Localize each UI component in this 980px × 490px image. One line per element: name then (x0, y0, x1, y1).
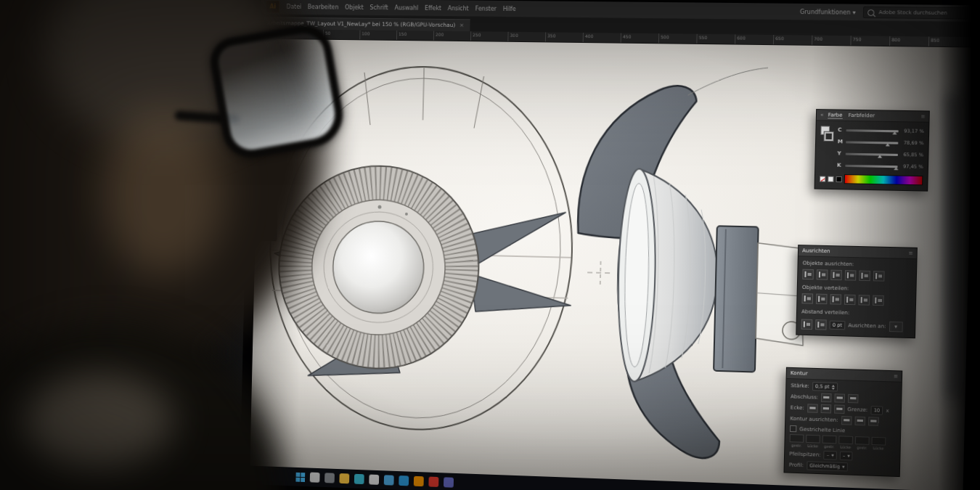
projecting-cap-icon[interactable] (848, 394, 859, 404)
dash-field[interactable]: Lücke (871, 437, 886, 451)
channel-slider[interactable] (846, 152, 898, 155)
dash-input[interactable] (806, 435, 820, 444)
tool-button[interactable]: ◇ (266, 221, 270, 227)
align-right-icon[interactable] (830, 270, 842, 281)
align-v-center-icon[interactable] (859, 271, 870, 282)
miter-join-icon[interactable] (807, 404, 818, 413)
stroke-swatch[interactable] (824, 132, 833, 141)
align-to-dropdown[interactable]: ▾ (889, 322, 903, 332)
black-swatch[interactable] (836, 176, 842, 181)
dash-field[interactable]: gestr. (855, 436, 870, 450)
menu-item[interactable]: Objekt (345, 4, 364, 10)
app-logo[interactable]: Ai (266, 0, 279, 12)
collapse-icon[interactable]: « (820, 112, 824, 118)
tool-button[interactable]: ○ (266, 211, 271, 218)
dash-field[interactable]: Lücke (838, 436, 853, 449)
fill-stroke-proxy[interactable] (820, 126, 833, 143)
menu-item[interactable]: Fenster (475, 5, 497, 12)
align-left-icon[interactable] (802, 269, 814, 280)
channel-value[interactable]: 78,69 % (901, 140, 923, 147)
slider-thumb-icon[interactable] (893, 131, 897, 134)
stroke-weight-field[interactable]: 0,5 pt (812, 382, 838, 391)
panel-menu-icon[interactable]: ≡ (894, 373, 898, 379)
channel-slider[interactable] (846, 141, 898, 144)
space-v-icon[interactable] (801, 319, 813, 330)
stepper-icon[interactable] (832, 384, 835, 389)
channel-value[interactable]: 93,17 % (902, 128, 924, 134)
none-swatch[interactable] (820, 176, 825, 181)
color-spectrum[interactable] (844, 174, 923, 185)
dash-input[interactable] (822, 436, 837, 444)
channel-slider[interactable] (845, 164, 897, 167)
dash-input[interactable] (872, 437, 886, 446)
edge-icon[interactable] (354, 474, 364, 484)
panel-tab[interactable]: Farbfelder (849, 112, 875, 119)
task-view-icon[interactable] (324, 473, 335, 483)
menu-item[interactable]: Schrift (369, 4, 388, 11)
arrowhead-start-select[interactable]: – ▾ (824, 451, 837, 460)
bevel-join-icon[interactable] (834, 404, 845, 414)
dash-field[interactable]: Lücke (806, 435, 820, 449)
butt-cap-icon[interactable] (821, 393, 832, 403)
close-icon[interactable]: × (460, 22, 464, 28)
dist-v-center-icon[interactable] (816, 294, 828, 305)
round-join-icon[interactable] (820, 404, 831, 414)
slider-thumb-icon[interactable] (885, 143, 889, 146)
align-h-center-icon[interactable] (817, 269, 828, 280)
panel-menu-icon[interactable]: ≡ (908, 250, 912, 256)
mail-icon[interactable] (384, 475, 394, 485)
photoshop-icon[interactable] (399, 475, 409, 486)
tool-button[interactable]: ▷ (267, 151, 271, 158)
menu-item[interactable]: Ansicht (448, 5, 469, 12)
search-icon[interactable] (310, 473, 320, 483)
dist-left-icon[interactable] (844, 295, 856, 306)
stroke-inside-icon[interactable] (854, 417, 865, 426)
spacing-value[interactable]: 0 pt (830, 321, 846, 330)
tool-button[interactable]: ▸ (269, 141, 271, 147)
space-h-icon[interactable] (815, 319, 827, 330)
dashed-line-checkbox[interactable] (790, 425, 796, 432)
start-button[interactable] (295, 472, 305, 481)
stroke-outside-icon[interactable] (868, 417, 879, 426)
dist-top-icon[interactable] (801, 293, 813, 304)
acrobat-icon[interactable] (428, 477, 438, 487)
slider-thumb-icon[interactable] (878, 155, 882, 158)
dist-right-icon[interactable] (873, 295, 884, 306)
profile-select[interactable]: Gleichmäßig ▾ (807, 461, 848, 471)
tool-button[interactable]: T (267, 181, 271, 187)
menu-item[interactable]: Bearbeiten (308, 4, 339, 10)
tool-button[interactable]: ▭ (266, 201, 271, 208)
arrowhead-end-select[interactable]: – ▾ (840, 452, 853, 461)
align-top-icon[interactable] (845, 270, 857, 281)
menu-item[interactable]: Auswahl (394, 4, 418, 11)
dash-input[interactable] (790, 434, 804, 443)
panel-tab[interactable]: Farbe (828, 112, 843, 118)
dash-input[interactable] (838, 436, 853, 444)
white-swatch[interactable] (828, 176, 833, 181)
chrome-icon[interactable] (369, 475, 379, 485)
dist-h-center-icon[interactable] (858, 295, 870, 306)
workspace-switcher[interactable]: Grundfunktionen ▾ (800, 8, 856, 15)
stroke-center-icon[interactable] (841, 416, 852, 425)
teams-icon[interactable] (444, 477, 454, 487)
menu-item[interactable]: Effekt (425, 4, 441, 11)
slider-thumb-icon[interactable] (894, 167, 898, 170)
dash-field[interactable]: gestr. (822, 436, 836, 449)
dash-input[interactable] (855, 436, 870, 445)
channel-value[interactable]: 97,45 % (901, 163, 923, 170)
panel-menu-icon[interactable]: ≡ (920, 113, 925, 119)
channel-value[interactable]: 65,85 % (901, 152, 923, 158)
round-cap-icon[interactable] (835, 393, 846, 403)
align-bottom-icon[interactable] (873, 271, 885, 282)
miter-limit-field[interactable]: 10 (870, 406, 883, 415)
tool-button[interactable]: ≈ (266, 231, 271, 237)
tool-button[interactable]: ✎ (267, 171, 272, 178)
illustration-canvas[interactable] (250, 39, 852, 489)
menu-item[interactable]: Hilfe (503, 5, 516, 12)
menu-item[interactable]: Datei (286, 3, 301, 9)
dist-bottom-icon[interactable] (830, 294, 841, 305)
tool-button[interactable]: ╱ (267, 191, 271, 197)
channel-slider[interactable] (846, 129, 899, 132)
tool-button[interactable]: + (267, 161, 272, 168)
illustrator-icon[interactable] (414, 476, 424, 486)
